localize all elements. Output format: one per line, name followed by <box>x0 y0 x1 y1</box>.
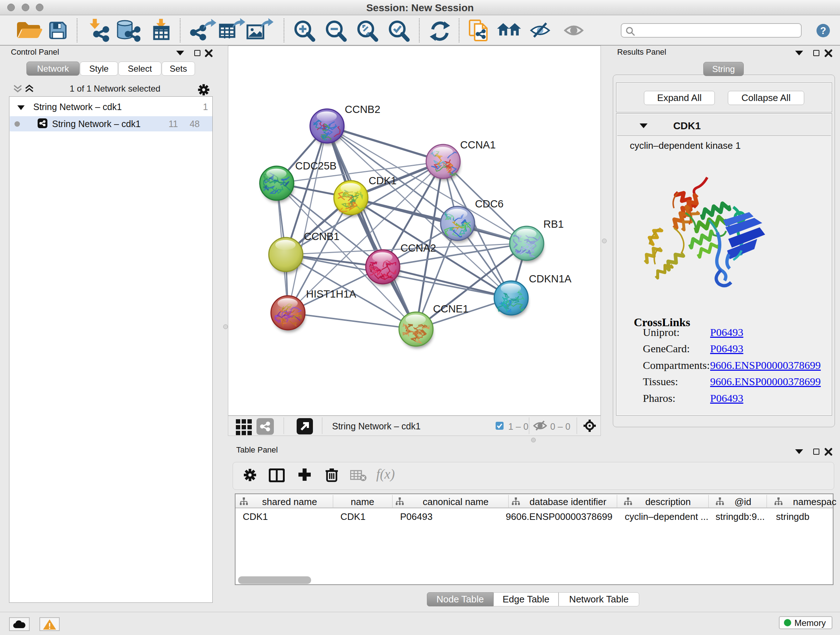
svg-text:CCNA2: CCNA2 <box>401 242 436 254</box>
svg-text:CDC6: CDC6 <box>475 198 504 210</box>
svg-text:CDC25B: CDC25B <box>295 160 336 172</box>
svg-text:CCNB1: CCNB1 <box>304 231 339 242</box>
svg-text:HIST1H1A: HIST1H1A <box>306 288 356 300</box>
svg-text:CDKN1A: CDKN1A <box>529 273 572 285</box>
svg-text:RB1: RB1 <box>543 218 564 230</box>
svg-text:CCNE1: CCNE1 <box>433 303 469 315</box>
svg-text:CCNA1: CCNA1 <box>460 139 496 150</box>
svg-text:CDK1: CDK1 <box>369 175 396 187</box>
svg-text:CCNB2: CCNB2 <box>345 103 380 115</box>
